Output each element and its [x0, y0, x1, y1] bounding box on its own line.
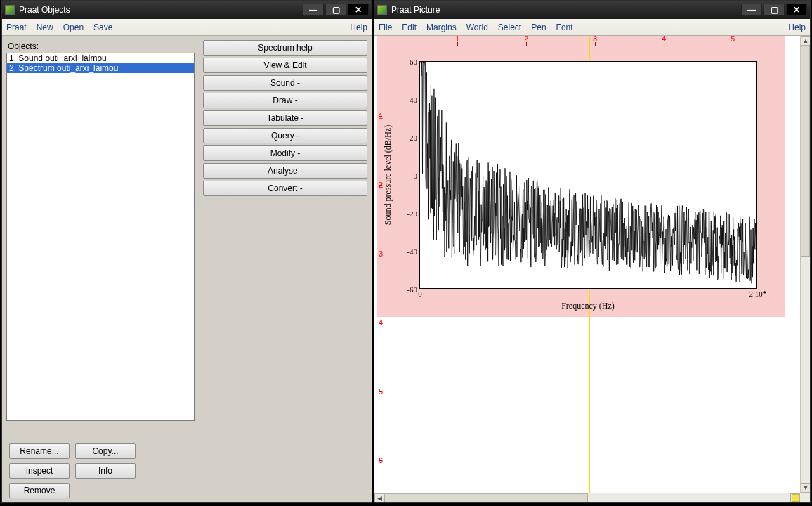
- menu-world[interactable]: World: [466, 22, 488, 32]
- picture-canvas[interactable]: 12345 123456 Sound pressure level (dB/Hz…: [374, 36, 800, 493]
- spectrum-trace: [420, 62, 756, 288]
- menu-margins[interactable]: Margins: [426, 22, 457, 32]
- menu-praat[interactable]: Praat: [6, 22, 27, 32]
- close-button[interactable]: ✕: [348, 4, 369, 16]
- object-item[interactable]: 1. Sound outi_arxi_laimou: [7, 53, 194, 63]
- objects-body: Objects: 1. Sound outi_arxi_laimou2. Spe…: [2, 36, 372, 502]
- x-tick-label: 0: [418, 288, 422, 298]
- menu-edit[interactable]: Edit: [402, 22, 417, 32]
- minimize-button[interactable]: —: [303, 4, 324, 16]
- picture-body: 12345 123456 Sound pressure level (dB/Hz…: [374, 36, 810, 502]
- hscroll-thumb[interactable]: [384, 493, 588, 502]
- action-button[interactable]: Sound -: [203, 75, 367, 91]
- menu-save[interactable]: Save: [93, 22, 112, 32]
- rename-button[interactable]: Rename...: [9, 443, 70, 459]
- resize-handle[interactable]: [792, 494, 799, 502]
- action-button[interactable]: Query -: [203, 128, 367, 143]
- object-item[interactable]: 2. Spectrum outi_arxi_laimou: [7, 63, 194, 73]
- info-button[interactable]: Info: [75, 463, 136, 479]
- objects-window-title: Praat Objects: [19, 5, 303, 15]
- ruler-left: 123456: [377, 44, 387, 493]
- action-button[interactable]: Spectrum help: [203, 40, 367, 56]
- praat-objects-window: Praat Objects — ▢ ✕ Praat New Open Save …: [1, 0, 372, 503]
- ruler-top: 12345: [374, 36, 800, 46]
- y-tick-label: 40: [410, 96, 420, 104]
- menu-new[interactable]: New: [37, 22, 53, 32]
- menu-help-picture[interactable]: Help: [788, 22, 806, 32]
- action-button[interactable]: Convert -: [203, 181, 367, 196]
- action-column: Spectrum helpView & EditSound -Draw -Tab…: [203, 39, 367, 196]
- menu-open[interactable]: Open: [63, 22, 84, 32]
- vertical-scrollbar[interactable]: ▲ ▼: [800, 36, 810, 493]
- menu-font[interactable]: Font: [556, 22, 573, 32]
- maximize-button[interactable]: ▢: [325, 4, 346, 16]
- objects-list[interactable]: 1. Sound outi_arxi_laimou2. Spectrum out…: [6, 53, 195, 421]
- menu-file[interactable]: File: [379, 22, 392, 32]
- minimize-button[interactable]: —: [741, 4, 762, 16]
- close-button[interactable]: ✕: [786, 4, 807, 16]
- remove-button[interactable]: Remove: [9, 483, 70, 498]
- praat-picture-window: Praat Picture — ▢ ✕ File Edit Margins Wo…: [374, 0, 811, 503]
- action-button[interactable]: Modify -: [203, 145, 367, 161]
- action-button[interactable]: Draw -: [203, 93, 367, 108]
- vscroll-thumb[interactable]: [801, 46, 810, 257]
- menu-pen[interactable]: Pen: [531, 22, 546, 32]
- menu-help-objects[interactable]: Help: [350, 22, 367, 32]
- horizontal-scrollbar[interactable]: ◀ ▶: [374, 493, 800, 502]
- x-tick-label: 2·10⁴: [749, 288, 765, 299]
- picture-titlebar[interactable]: Praat Picture — ▢ ✕: [374, 1, 810, 19]
- maximize-button[interactable]: ▢: [764, 4, 785, 16]
- spectrum-plot: Sound pressure level (dB/Hz) Frequency (…: [419, 61, 757, 289]
- scroll-down-button[interactable]: ▼: [801, 483, 810, 493]
- bottom-buttons: Rename... Copy... Inspect Info Remove: [9, 443, 136, 498]
- copy-button[interactable]: Copy...: [75, 443, 136, 459]
- objects-menubar: Praat New Open Save Help: [2, 19, 372, 36]
- y-tick-label: 60: [410, 58, 420, 66]
- picture-window-title: Praat Picture: [391, 5, 741, 15]
- app-icon: [377, 5, 387, 15]
- inspect-button[interactable]: Inspect: [9, 463, 70, 479]
- action-button[interactable]: Analyse -: [203, 163, 367, 179]
- scroll-up-button[interactable]: ▲: [801, 36, 810, 46]
- objects-titlebar[interactable]: Praat Objects — ▢ ✕: [2, 1, 372, 19]
- action-button[interactable]: Tabulate -: [203, 110, 367, 126]
- y-tick-label: -20: [407, 209, 420, 218]
- action-button[interactable]: View & Edit: [203, 58, 367, 73]
- scrollbar-corner: [800, 493, 810, 502]
- menu-select[interactable]: Select: [498, 22, 521, 32]
- scroll-left-button[interactable]: ◀: [374, 493, 384, 502]
- y-tick-label: 20: [410, 134, 420, 142]
- y-tick-label: 0: [414, 171, 421, 180]
- picture-menubar: File Edit Margins World Select Pen Font …: [374, 19, 810, 36]
- y-axis-label: Sound pressure level (dB/Hz): [383, 125, 393, 225]
- x-axis-label: Frequency (Hz): [561, 301, 615, 311]
- app-icon: [5, 5, 15, 15]
- y-tick-label: -40: [407, 247, 420, 256]
